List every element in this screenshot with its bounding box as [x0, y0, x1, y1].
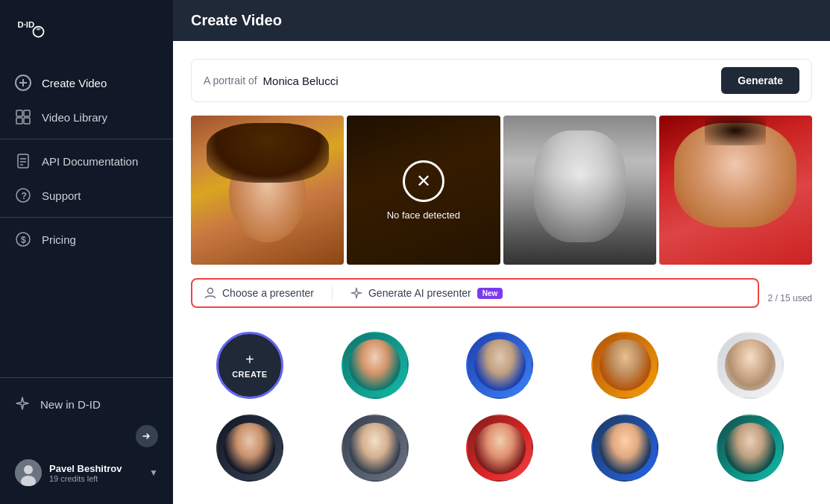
- generate-button[interactable]: Generate: [721, 67, 799, 94]
- svg-text:?: ?: [22, 191, 27, 201]
- choose-presenter-option[interactable]: Choose a presenter: [204, 287, 314, 299]
- document-icon: [15, 153, 31, 169]
- presenter-avatar-5[interactable]: [216, 415, 283, 482]
- sidebar-item-create-video[interactable]: Create Video: [0, 66, 173, 100]
- main-content: Create Video A portrait of Generate: [173, 0, 830, 504]
- presenter-bar: Choose a presenter Generate AI presenter…: [191, 278, 759, 308]
- svg-rect-7: [24, 110, 30, 116]
- api-docs-label: API Documentation: [42, 155, 138, 168]
- nav-divider-1: [0, 139, 173, 139]
- person-icon: [204, 287, 216, 299]
- dollar-circle-icon: $: [15, 231, 31, 248]
- pricing-label: Pricing: [42, 233, 76, 246]
- page-title: Create Video: [191, 12, 282, 29]
- sidebar-nav: Create Video Video Library: [0, 58, 173, 377]
- did-logo: D·ID: [15, 13, 46, 45]
- prompt-input[interactable]: [263, 75, 716, 87]
- no-face-overlay: ✕ No face detected: [347, 116, 500, 265]
- grid-icon: [15, 109, 31, 125]
- svg-point-21: [208, 289, 213, 294]
- sparkle-small-icon: [350, 287, 362, 299]
- svg-text:D·ID: D·ID: [18, 20, 35, 29]
- user-name: Pavel Beshitrov: [49, 463, 142, 474]
- create-video-label: Create Video: [42, 77, 107, 89]
- close-icon: ✕: [416, 171, 431, 192]
- presenter-avatar-3[interactable]: [591, 332, 658, 399]
- exit-button[interactable]: [136, 425, 158, 447]
- sparkle-icon: [15, 396, 30, 413]
- svg-rect-9: [24, 118, 30, 124]
- image-card-3[interactable]: [503, 116, 656, 265]
- generate-ai-presenter-label: Generate AI presenter: [368, 287, 471, 299]
- svg-text:$: $: [21, 235, 26, 245]
- presenter-grid-container: + CREATE: [191, 327, 812, 486]
- presenter-avatar-4[interactable]: [717, 332, 784, 399]
- plus-circle-icon: [15, 75, 31, 91]
- sidebar: D·ID Create Video: [0, 0, 173, 504]
- sidebar-item-video-library[interactable]: Video Library: [0, 100, 173, 134]
- svg-rect-6: [16, 110, 22, 116]
- sidebar-item-new-in-did[interactable]: New in D-ID: [0, 388, 173, 420]
- image-grid: ✕ No face detected: [191, 116, 812, 265]
- top-bar: Create Video: [173, 0, 830, 41]
- user-info: Pavel Beshitrov 19 credits left: [49, 463, 142, 483]
- no-face-circle: ✕: [403, 160, 444, 202]
- generate-ai-presenter-option[interactable]: Generate AI presenter New: [350, 287, 503, 299]
- svg-point-19: [24, 465, 33, 474]
- presenter-divider: [332, 286, 333, 300]
- sidebar-item-api-documentation[interactable]: API Documentation: [0, 144, 173, 178]
- presenter-create-button[interactable]: + CREATE: [216, 332, 283, 399]
- creator-area: A portrait of Generate ✕ No face dete: [173, 41, 830, 504]
- svg-rect-8: [16, 118, 22, 124]
- presenter-avatar-8[interactable]: [591, 415, 658, 482]
- create-plus-icon: +: [245, 351, 254, 368]
- sidebar-item-support[interactable]: ? Support: [0, 178, 173, 212]
- support-label: Support: [42, 189, 81, 202]
- prompt-label: A portrait of: [204, 75, 257, 86]
- create-label: CREATE: [232, 370, 267, 379]
- presenter-avatar-7[interactable]: [466, 415, 533, 482]
- presenter-avatar-1[interactable]: [342, 332, 409, 399]
- sidebar-item-pricing[interactable]: $ Pricing: [0, 222, 173, 256]
- chevron-down-icon: ▼: [149, 467, 158, 478]
- image-card-2[interactable]: ✕ No face detected: [347, 116, 500, 265]
- presenter-grid: + CREATE: [191, 327, 812, 486]
- help-circle-icon: ?: [15, 187, 31, 204]
- no-face-text: No face detected: [387, 210, 460, 221]
- new-badge: New: [477, 288, 503, 299]
- image-card-1[interactable]: [191, 116, 344, 265]
- user-profile[interactable]: Pavel Beshitrov 19 credits left ▼: [0, 452, 173, 494]
- logo-area: D·ID: [0, 0, 173, 58]
- video-library-label: Video Library: [42, 111, 107, 124]
- credits-used: 2 / 15 used: [768, 293, 812, 303]
- presenter-avatar-6[interactable]: [342, 415, 409, 482]
- new-in-did-label: New in D-ID: [40, 398, 101, 411]
- presenter-avatar-9[interactable]: [717, 415, 784, 482]
- svg-rect-10: [18, 154, 28, 168]
- nav-divider-2: [0, 217, 173, 218]
- prompt-bar: A portrait of Generate: [191, 59, 812, 102]
- presenter-avatar-2[interactable]: [466, 332, 533, 399]
- image-card-4[interactable]: [659, 116, 812, 265]
- choose-presenter-label: Choose a presenter: [222, 287, 314, 299]
- sidebar-bottom: New in D-ID Pavel Beshitrov 19 credits l…: [0, 377, 173, 504]
- user-credits: 19 credits left: [49, 474, 142, 483]
- avatar: [15, 459, 42, 486]
